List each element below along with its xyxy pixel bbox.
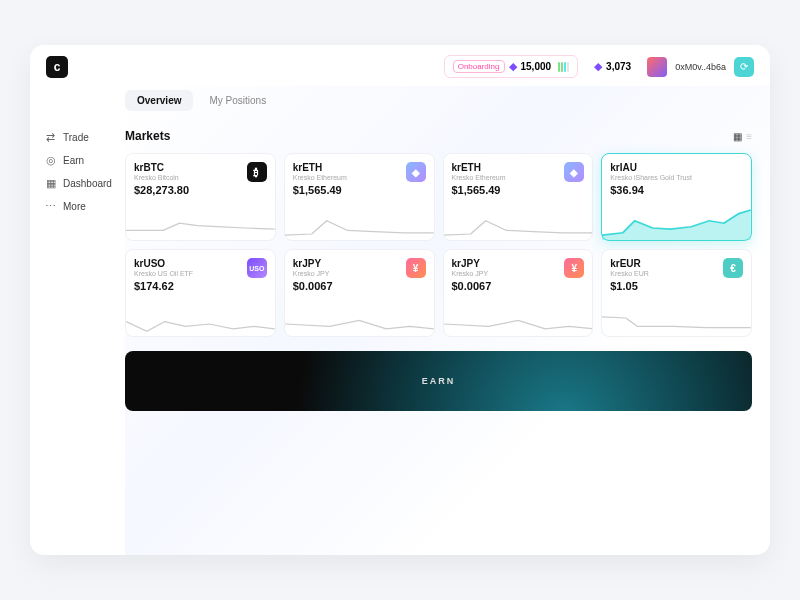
avatar[interactable] — [647, 57, 667, 77]
sparkline — [126, 300, 275, 336]
asset-price: $28,273.80 — [134, 184, 189, 196]
app-window: c Onboarding ◆ 15,000 ◆ 3,073 0xM0v..4b6… — [30, 45, 770, 555]
action-button[interactable]: ⟳ — [734, 57, 754, 77]
topbar: c Onboarding ◆ 15,000 ◆ 3,073 0xM0v..4b6… — [30, 45, 770, 86]
card-info: krEUR Kresko EUR $1.05 — [610, 258, 649, 292]
sparkline — [126, 204, 275, 240]
asset-icon: ¥ — [406, 258, 426, 278]
sparkline — [444, 300, 593, 336]
sidebar-icon: ⋯ — [44, 200, 57, 213]
asset-symbol: krBTC — [134, 162, 189, 173]
main-content: OverviewMy Positions Markets ▦ ≡ krBTC K… — [125, 86, 770, 555]
asset-price: $1,565.49 — [452, 184, 506, 196]
logo-letter: c — [54, 60, 61, 74]
gem-icon: ◆ — [509, 60, 517, 73]
card-top: krBTC Kresko Bitcoin $28,273.80 ₿ — [134, 162, 267, 196]
card-top: krIAU Kresko iShares Gold Trust $36.94 — [610, 162, 743, 196]
market-grid: krBTC Kresko Bitcoin $28,273.80 ₿ krETH … — [125, 153, 752, 337]
asset-price: $1.05 — [610, 280, 649, 292]
view-toggle[interactable]: ▦ ≡ — [733, 131, 752, 142]
list-view-icon[interactable]: ≡ — [746, 131, 752, 142]
gem-icon: ◆ — [594, 60, 602, 73]
asset-desc: Kresko Ethereum — [293, 174, 347, 181]
sparkline — [285, 204, 434, 240]
earn-banner-label: EARN — [422, 376, 456, 386]
market-card-krjpy[interactable]: krJPY Kresko JPY $0.0067 ¥ — [443, 249, 594, 337]
sidebar-icon: ▦ — [44, 177, 57, 190]
asset-icon: ◆ — [564, 162, 584, 182]
sidebar-item-label: Earn — [63, 155, 84, 166]
card-info: krIAU Kresko iShares Gold Trust $36.94 — [610, 162, 692, 196]
asset-symbol: krEUR — [610, 258, 649, 269]
sidebar-icon: ◎ — [44, 154, 57, 167]
sidebar-item-label: Dashboard — [63, 178, 112, 189]
asset-desc: Kresko JPY — [293, 270, 333, 277]
asset-icon: ¥ — [564, 258, 584, 278]
market-card-kreth[interactable]: krETH Kresko Ethereum $1,565.49 ◆ — [443, 153, 594, 241]
points-secondary-pill[interactable]: ◆ 3,073 — [586, 56, 639, 77]
market-card-kreth[interactable]: krETH Kresko Ethereum $1,565.49 ◆ — [284, 153, 435, 241]
asset-desc: Kresko Bitcoin — [134, 174, 189, 181]
asset-desc: Kresko JPY — [452, 270, 492, 277]
markets-title: Markets — [125, 129, 170, 143]
asset-icon: ₿ — [247, 162, 267, 182]
asset-symbol: krUSO — [134, 258, 193, 269]
sparkline — [602, 300, 751, 336]
topbar-right: Onboarding ◆ 15,000 ◆ 3,073 0xM0v..4b6a … — [444, 55, 754, 78]
asset-price: $174.62 — [134, 280, 193, 292]
points-primary: 15,000 — [521, 61, 552, 72]
card-info: krETH Kresko Ethereum $1,565.49 — [293, 162, 347, 196]
market-card-krbtc[interactable]: krBTC Kresko Bitcoin $28,273.80 ₿ — [125, 153, 276, 241]
asset-desc: Kresko EUR — [610, 270, 649, 277]
grid-view-icon[interactable]: ▦ — [733, 131, 742, 142]
sidebar-item-more[interactable]: ⋯More — [44, 195, 125, 218]
earn-banner[interactable]: EARN — [125, 351, 752, 411]
asset-desc: Kresko iShares Gold Trust — [610, 174, 692, 181]
wallet-address[interactable]: 0xM0v..4b6a — [675, 62, 726, 72]
market-card-kreur[interactable]: krEUR Kresko EUR $1.05 € — [601, 249, 752, 337]
asset-icon: € — [723, 258, 743, 278]
card-info: krJPY Kresko JPY $0.0067 — [452, 258, 492, 292]
asset-price: $0.0067 — [293, 280, 333, 292]
bar-3 — [564, 62, 566, 72]
tabs: OverviewMy Positions — [125, 90, 752, 111]
asset-symbol: krETH — [452, 162, 506, 173]
card-top: krJPY Kresko JPY $0.0067 ¥ — [452, 258, 585, 292]
asset-price: $1,565.49 — [293, 184, 347, 196]
card-top: krEUR Kresko EUR $1.05 € — [610, 258, 743, 292]
card-info: krBTC Kresko Bitcoin $28,273.80 — [134, 162, 189, 196]
sparkline — [285, 300, 434, 336]
sidebar: ⇄Trade◎Earn▦Dashboard⋯More — [30, 86, 125, 555]
sidebar-item-trade[interactable]: ⇄Trade — [44, 126, 125, 149]
asset-desc: Kresko US Oil ETF — [134, 270, 193, 277]
card-info: krUSO Kresko US Oil ETF $174.62 — [134, 258, 193, 292]
asset-desc: Kresko Ethereum — [452, 174, 506, 181]
asset-price: $36.94 — [610, 184, 692, 196]
bar-1 — [558, 62, 560, 72]
card-info: krETH Kresko Ethereum $1,565.49 — [452, 162, 506, 196]
card-info: krJPY Kresko JPY $0.0067 — [293, 258, 333, 292]
market-card-kriau[interactable]: krIAU Kresko iShares Gold Trust $36.94 — [601, 153, 752, 241]
market-card-krjpy[interactable]: krJPY Kresko JPY $0.0067 ¥ — [284, 249, 435, 337]
sidebar-item-earn[interactable]: ◎Earn — [44, 149, 125, 172]
onboarding-pill[interactable]: Onboarding ◆ 15,000 — [444, 55, 578, 78]
app-logo[interactable]: c — [46, 56, 68, 78]
sidebar-icon: ⇄ — [44, 131, 57, 144]
bar-2 — [561, 62, 563, 72]
sidebar-item-label: More — [63, 201, 86, 212]
sidebar-item-dashboard[interactable]: ▦Dashboard — [44, 172, 125, 195]
card-top: krETH Kresko Ethereum $1,565.49 ◆ — [452, 162, 585, 196]
progress-bars — [558, 62, 569, 72]
card-top: krETH Kresko Ethereum $1,565.49 ◆ — [293, 162, 426, 196]
tab-overview[interactable]: Overview — [125, 90, 193, 111]
market-card-kruso[interactable]: krUSO Kresko US Oil ETF $174.62 USO — [125, 249, 276, 337]
tab-my-positions[interactable]: My Positions — [197, 90, 278, 111]
asset-symbol: krJPY — [452, 258, 492, 269]
sparkline — [602, 204, 751, 240]
asset-icon: ◆ — [406, 162, 426, 182]
card-top: krUSO Kresko US Oil ETF $174.62 USO — [134, 258, 267, 292]
asset-icon: USO — [247, 258, 267, 278]
sparkline — [444, 204, 593, 240]
onboarding-label: Onboarding — [453, 60, 505, 73]
asset-symbol: krJPY — [293, 258, 333, 269]
